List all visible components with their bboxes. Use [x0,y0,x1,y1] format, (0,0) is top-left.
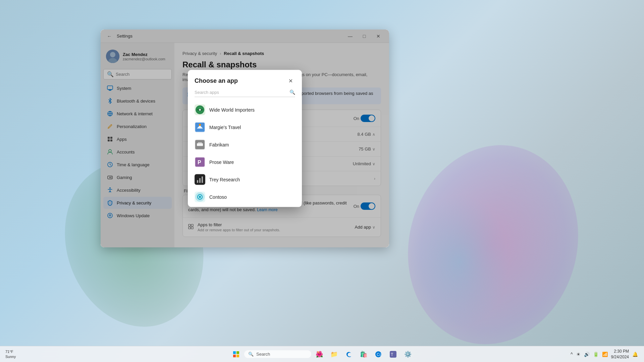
notifications-icon[interactable]: 🔔 [632,351,639,358]
dialog-search-input[interactable] [195,89,287,95]
app-item-trey-research[interactable]: Trey Research [188,171,302,188]
svg-rect-47 [233,355,236,357]
taskbar-search-icon: 🔍 [248,352,254,357]
tray-speaker-icon[interactable]: 🔊 [583,351,590,358]
taskbar-app-file-explorer[interactable]: 📁 [327,348,341,361]
dialog-search-icon: 🔍 [289,89,295,95]
choose-app-dialog: Choose an app ✕ 🔍 Wide World Importers [188,70,302,207]
app-item-margies-travel[interactable]: Margie's Travel [188,119,302,136]
tray-network-icon[interactable]: 📶 [601,351,608,358]
svg-text:T: T [391,352,393,357]
start-button[interactable] [229,348,243,361]
wide-world-icon [195,105,205,115]
taskbar-app-store[interactable]: 🛍️ [357,348,370,361]
contoso-name: Contoso [209,194,227,200]
dialog-close-button[interactable]: ✕ [286,76,295,85]
system-tray: ^ ☀ 🔊 🔋 📶 [570,351,608,358]
trey-research-icon [195,174,205,185]
margies-travel-icon [195,122,205,133]
taskbar: 71°F Sunny 🔍 Search 🌺 📁 🛍️ [0,346,644,362]
svg-point-42 [199,196,201,198]
clock-date: 9/24/2024 [611,354,629,360]
svg-text:Co: Co [377,352,382,357]
svg-text:P: P [198,160,201,165]
taskbar-center: 🔍 Search 🌺 📁 🛍️ Co T ⚙️ [229,348,415,361]
app-item-fabrikam[interactable]: Fabrikam [188,136,302,154]
svg-rect-38 [199,178,201,183]
taskbar-search-bar[interactable]: 🔍 Search [244,350,311,358]
tray-battery-icon[interactable]: 🔋 [592,351,599,358]
svg-rect-32 [197,143,203,146]
clock-time: 2:30 PM [611,349,629,354]
dialog-header: Choose an app ✕ [188,70,302,89]
taskbar-app-edge[interactable] [342,348,356,361]
fabrikam-icon [195,139,205,150]
svg-point-28 [199,109,201,111]
taskbar-app-teams[interactable]: T [386,348,400,361]
settings-window: ← Settings — □ ✕ Zac Mendez z [101,29,389,247]
taskbar-app-settings[interactable]: ⚙️ [401,348,415,361]
svg-rect-33 [198,142,202,143]
clock[interactable]: 2:30 PM 9/24/2024 [611,349,629,360]
taskbar-left: 71°F Sunny [5,349,16,359]
svg-point-30 [199,124,201,126]
weather-widget: 71°F Sunny [5,349,16,359]
svg-rect-37 [197,180,198,183]
svg-rect-46 [236,351,239,354]
contoso-icon [195,192,205,202]
wide-world-name: Wide World Importers [209,107,255,113]
app-item-contoso[interactable]: Contoso [188,188,302,206]
taskbar-right: ^ ☀ 🔊 🔋 📶 2:30 PM 9/24/2024 🔔 [570,349,639,360]
dialog-search-container: 🔍 [195,89,295,97]
svg-rect-45 [233,351,236,354]
taskbar-app-hummingbird[interactable]: 🌺 [313,348,326,361]
svg-rect-48 [236,355,239,357]
app-item-prose-ware[interactable]: P Prose Ware [188,154,302,171]
svg-rect-39 [202,177,203,183]
weather-temp: 71°F [5,349,16,354]
tray-brightness-icon[interactable]: ☀ [576,351,581,358]
trey-research-name: Trey Research [209,177,240,182]
prose-ware-name: Prose Ware [209,160,234,165]
fabrikam-name: Fabrikam [209,142,229,147]
dialog-title: Choose an app [195,77,238,84]
taskbar-app-copilot[interactable]: Co [372,348,385,361]
weather-condition: Sunny [5,354,16,359]
app-item-wide-world[interactable]: Wide World Importers [188,101,302,119]
taskbar-search-label: Search [256,352,270,357]
app-item-consolidated[interactable]: Consolidated Messenger [188,206,302,207]
tray-expand-icon[interactable]: ^ [570,351,574,358]
app-list: Wide World Importers Margie's Travel [188,100,302,207]
margies-travel-name: Margie's Travel [209,125,241,130]
prose-ware-icon: P [195,157,205,168]
